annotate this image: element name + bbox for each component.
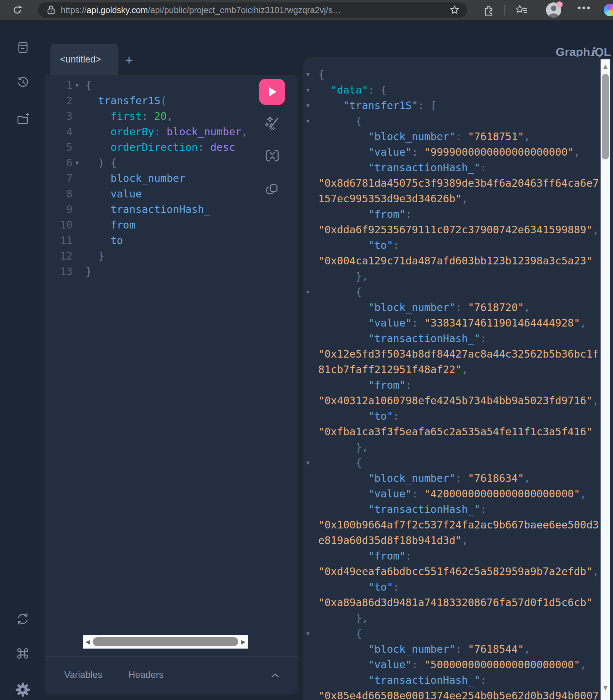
fold-spacer bbox=[72, 217, 81, 233]
merge-fragments-button[interactable] bbox=[264, 147, 281, 164]
code-text: from bbox=[86, 217, 136, 233]
code-text: } bbox=[86, 248, 104, 264]
scroll-down-icon[interactable]: ▼ bbox=[601, 684, 610, 691]
query-editor-lines[interactable]: 1▾{2 transfer1S(3 first: 20,4 orderBy: b… bbox=[45, 77, 298, 279]
line-number: 8 bbox=[45, 186, 72, 202]
response-line: "to": bbox=[314, 579, 399, 595]
editor-horizontal-scrollbar[interactable]: ◀ ▶ bbox=[83, 635, 248, 649]
line-number: 13 bbox=[45, 264, 72, 279]
code-text: "value": "33834174611901464444928", bbox=[318, 317, 586, 329]
favorites-button[interactable] bbox=[514, 3, 528, 17]
code-text: "from": bbox=[318, 550, 412, 562]
shortcut-keys-icon bbox=[15, 646, 30, 661]
response-line: "from": bbox=[314, 548, 412, 564]
fold-arrow-icon[interactable]: ▾ bbox=[304, 67, 311, 82]
fold-arrow-icon[interactable]: ▾ bbox=[304, 626, 311, 641]
plus-icon: + bbox=[125, 52, 133, 68]
prettify-button[interactable] bbox=[264, 115, 281, 131]
sidebar-shortcuts-button[interactable] bbox=[14, 645, 31, 662]
fold-arrow-icon[interactable]: ▾ bbox=[304, 82, 311, 98]
fold-spacer bbox=[72, 248, 81, 264]
fold-spacer bbox=[72, 108, 81, 124]
sidebar-settings-button[interactable] bbox=[14, 681, 31, 698]
sidebar-docs-button[interactable] bbox=[14, 39, 31, 56]
fold-arrow-icon[interactable]: ▾ bbox=[304, 113, 311, 129]
fold-arrow-icon[interactable]: ▾ bbox=[304, 455, 311, 470]
fold-spacer bbox=[72, 171, 81, 186]
editor-line: 11 to bbox=[45, 233, 298, 248]
browser-toolbar: https://api.goldsky.com/api/public/proje… bbox=[0, 0, 613, 20]
code-text: "0xfba1ca3f3f5eafa65c2a535a54fe11f1c3a5f… bbox=[318, 426, 593, 438]
copy-query-button[interactable] bbox=[264, 181, 281, 197]
extensions-button[interactable] bbox=[481, 3, 496, 17]
response-line: "block_number": "7618544", bbox=[314, 641, 530, 657]
prettify-icon bbox=[264, 115, 281, 131]
profile-notification-dot bbox=[556, 1, 563, 8]
logo-ql: QL bbox=[595, 45, 611, 58]
response-line: "transactionHash_": bbox=[314, 672, 487, 688]
execute-query-button[interactable] bbox=[259, 79, 285, 105]
merge-fragments-icon bbox=[264, 147, 281, 164]
reload-button[interactable] bbox=[10, 3, 24, 17]
reload-icon bbox=[12, 5, 22, 15]
scroll-right-icon[interactable]: ▶ bbox=[239, 639, 248, 645]
code-text: "transactionHash_": bbox=[318, 674, 487, 686]
bookmark-star-button[interactable] bbox=[449, 5, 460, 15]
code-text: first: 20, bbox=[86, 108, 173, 124]
code-text: orderBy: block_number, bbox=[86, 124, 248, 139]
response-line: "0xd49eeafa6bdbcc551f462c5a582959a9b7a2e… bbox=[314, 564, 599, 579]
code-text: "0xd49eeafa6bdbcc551f462c5a582959a9b7a2e… bbox=[318, 565, 599, 577]
address-bar[interactable]: https://api.goldsky.com/api/public/proje… bbox=[38, 2, 467, 18]
response-line: e819a60d35d8f18b941d3d", bbox=[314, 533, 468, 548]
response-vscroll-thumb[interactable] bbox=[602, 74, 609, 159]
response-line: { bbox=[314, 626, 362, 641]
fold-arrow-icon[interactable]: ▾ bbox=[304, 98, 311, 113]
response-line: "0x40312a1060798efe4245b734b4bb9a5023fd9… bbox=[314, 393, 599, 408]
fold-spacer bbox=[72, 264, 81, 279]
code-text: block_number bbox=[86, 171, 185, 186]
response-line: { bbox=[314, 67, 324, 82]
code-text: "transactionHash_": bbox=[318, 332, 487, 344]
fold-arrow-icon[interactable]: ▾ bbox=[72, 77, 81, 93]
sidebar-new-workspace-button[interactable] bbox=[14, 111, 31, 127]
sidebar-refetch-schema-button[interactable] bbox=[14, 611, 31, 627]
response-line: }, bbox=[314, 610, 368, 626]
fold-spacer bbox=[72, 186, 81, 202]
scroll-left-icon[interactable]: ◀ bbox=[83, 639, 92, 645]
code-text: "data": { bbox=[318, 84, 387, 96]
fold-arrow-icon[interactable]: ▾ bbox=[304, 284, 311, 300]
more-menu-icon: ••• bbox=[577, 3, 592, 17]
add-tab-button[interactable]: + bbox=[121, 52, 137, 68]
code-text: }, bbox=[318, 441, 368, 453]
code-text: "to": bbox=[318, 410, 399, 422]
tab-headers[interactable]: Headers bbox=[128, 670, 164, 680]
editor-hscroll-thumb[interactable] bbox=[93, 637, 238, 646]
url-input[interactable]: https://api.goldsky.com/api/public/proje… bbox=[61, 5, 449, 15]
copilot-icon[interactable] bbox=[604, 4, 613, 16]
extensions-puzzle-icon bbox=[483, 4, 494, 16]
scroll-up-icon[interactable]: ▲ bbox=[601, 63, 610, 70]
editor-line: 4 orderBy: block_number, bbox=[45, 124, 298, 139]
response-line: { bbox=[314, 113, 362, 129]
editor-line: 10 from bbox=[45, 217, 298, 233]
url-host: api.goldsky.com bbox=[87, 5, 148, 15]
tab-untitled[interactable]: <untitled> bbox=[50, 44, 118, 75]
code-text: "from": bbox=[318, 208, 412, 220]
toolbar-divider bbox=[504, 5, 505, 15]
fold-arrow-icon[interactable]: ▾ bbox=[72, 155, 81, 171]
logo-graph: Graph bbox=[556, 45, 590, 58]
response-line: { bbox=[314, 284, 362, 300]
response-line: "from": bbox=[314, 206, 412, 222]
collapse-editor-tools-button[interactable] bbox=[271, 673, 279, 678]
chevron-up-icon bbox=[271, 673, 279, 678]
more-menu-button[interactable]: ••• bbox=[577, 3, 592, 17]
headers-label: Headers bbox=[128, 670, 164, 680]
response-line: "to": bbox=[314, 408, 399, 424]
response-vertical-scrollbar[interactable]: ▲ ▼ bbox=[601, 59, 610, 700]
sidebar-history-button[interactable] bbox=[14, 74, 31, 90]
code-text: "block_number": "7618751", bbox=[318, 130, 530, 143]
tab-variables[interactable]: Variables bbox=[64, 670, 103, 680]
fold-spacer bbox=[72, 233, 81, 248]
response-line: "value": "50000000000000000000000", bbox=[314, 657, 586, 672]
response-line: "to": bbox=[314, 237, 399, 253]
